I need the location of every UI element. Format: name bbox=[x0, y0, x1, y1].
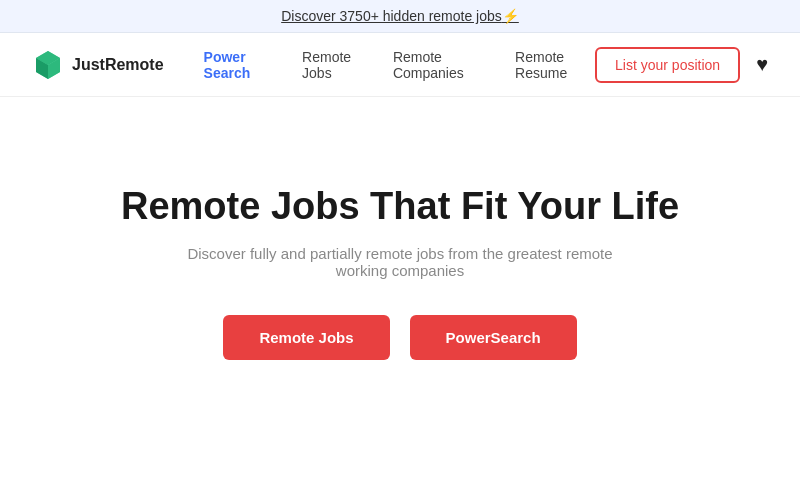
remote-jobs-button[interactable]: Remote Jobs bbox=[223, 315, 389, 360]
banner-text: Discover 3750+ hidden remote jobs bbox=[281, 8, 502, 24]
nav-actions: List your position ♥ bbox=[595, 47, 768, 83]
hero-buttons: Remote Jobs PowerSearch bbox=[223, 315, 576, 360]
hero-section: Remote Jobs That Fit Your Life Discover … bbox=[0, 97, 800, 427]
heart-icon[interactable]: ♥ bbox=[756, 53, 768, 76]
hero-subtitle: Discover fully and partially remote jobs… bbox=[160, 245, 640, 279]
logo[interactable]: JustRemote bbox=[32, 49, 164, 81]
list-position-button[interactable]: List your position bbox=[595, 47, 740, 83]
nav-link-remote-resume[interactable]: Remote Resume bbox=[515, 49, 595, 81]
logo-icon bbox=[32, 49, 64, 81]
nav-links: Power Search Remote Jobs Remote Companie… bbox=[204, 49, 595, 81]
power-search-button[interactable]: PowerSearch bbox=[410, 315, 577, 360]
navbar: JustRemote Power Search Remote Jobs Remo… bbox=[0, 33, 800, 97]
logo-text: JustRemote bbox=[72, 56, 164, 74]
nav-link-remote-jobs[interactable]: Remote Jobs bbox=[302, 49, 365, 81]
hero-title: Remote Jobs That Fit Your Life bbox=[121, 184, 679, 230]
nav-link-remote-companies[interactable]: Remote Companies bbox=[393, 49, 487, 81]
nav-link-power-search[interactable]: Power Search bbox=[204, 49, 275, 81]
banner-link[interactable]: Discover 3750+ hidden remote jobs⚡ bbox=[281, 8, 519, 24]
banner-emoji: ⚡ bbox=[502, 8, 519, 24]
top-banner: Discover 3750+ hidden remote jobs⚡ bbox=[0, 0, 800, 33]
